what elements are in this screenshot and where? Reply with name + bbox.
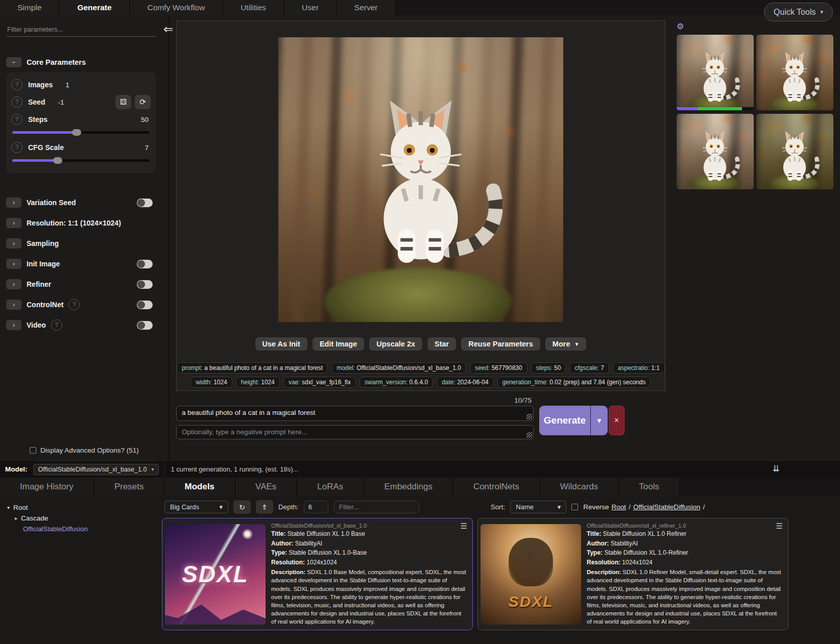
meta-tag-generation-time[interactable]: generation_time: 0.02 (prep) and 7.84 (g… <box>497 377 651 388</box>
tab-user[interactable]: User <box>284 0 337 15</box>
core-parameters-collapse-button[interactable]: › <box>6 57 21 67</box>
cfg-scale-slider[interactable] <box>12 159 150 162</box>
double-down-icon[interactable]: ⇊ <box>773 463 780 474</box>
generate-button[interactable]: Generate <box>539 406 590 435</box>
steps-slider-knob[interactable] <box>72 129 81 136</box>
help-icon[interactable]: ? <box>11 96 22 108</box>
tree-item-officialstablediffusion[interactable]: OfficialStableDiffusion <box>23 524 161 534</box>
help-icon[interactable]: ? <box>11 142 22 153</box>
generated-image[interactable] <box>278 37 563 322</box>
refiner-toggle[interactable] <box>137 280 153 289</box>
use-as-init-button[interactable]: Use As Init <box>255 337 307 351</box>
tab-image-history[interactable]: Image History <box>0 478 94 496</box>
cfg-slider-knob[interactable] <box>53 157 62 164</box>
interrupt-button[interactable]: × <box>609 406 625 435</box>
thumbnail-image[interactable] <box>677 114 754 189</box>
tab-embeddings[interactable]: Embeddings <box>364 478 453 496</box>
images-value[interactable]: 1 <box>65 81 69 89</box>
parameters-sidebar: › Core Parameters ? Images 1 ? Seed -1 ⚄… <box>0 15 170 460</box>
menu-icon[interactable]: ☰ <box>776 522 783 531</box>
reuse-seed-button[interactable]: ⟳ <box>135 95 151 109</box>
model-card-sdxl-base[interactable]: SDXL OfficialStableDiffusion/sd_xl_base_… <box>162 518 473 630</box>
model-select[interactable]: OfficialStableDiffusion/sd_xl_base_1.0 ▾ <box>33 464 159 475</box>
breadcrumb-current-link[interactable]: OfficialStableDiffusion <box>633 503 701 511</box>
help-icon[interactable]: ? <box>11 114 22 125</box>
expand-button[interactable]: › <box>6 320 21 330</box>
meta-tag-swarm-version[interactable]: swarm_version: 0.6.4.0 <box>359 377 433 388</box>
init-image-toggle[interactable] <box>137 260 153 268</box>
sdxl-image-text: SDXL <box>182 560 249 588</box>
help-icon[interactable]: ? <box>68 299 80 310</box>
meta-tag-cfgscale[interactable]: cfgscale: 7 <box>569 362 609 374</box>
tab-utilities[interactable]: Utilities <box>223 0 284 15</box>
expand-button[interactable]: › <box>6 279 21 289</box>
menu-icon[interactable]: ☰ <box>461 522 467 531</box>
depth-input[interactable] <box>304 501 328 513</box>
advanced-options-checkbox[interactable] <box>30 447 36 454</box>
refresh-button[interactable]: ↻ <box>233 500 251 514</box>
group-resolution: › Resolution: 1:1 (1024×1024) <box>6 213 169 233</box>
model-card-sdxl-refiner[interactable]: SDXL OfficialStableDiffusion/sd_xl_refin… <box>477 518 788 630</box>
tab-vaes[interactable]: VAEs <box>235 478 297 496</box>
variation-seed-toggle[interactable] <box>137 199 153 207</box>
thumbnail-generating[interactable] <box>677 35 754 110</box>
sort-select[interactable]: Name ▾ <box>510 501 566 513</box>
upscale-2x-button[interactable]: Upscale 2x <box>369 337 422 351</box>
tree-item-root[interactable]: ▾ Root <box>7 502 161 513</box>
edit-image-button[interactable]: Edit Image <box>313 337 364 351</box>
sidebar-collapse-icon[interactable]: ⇐ <box>163 22 173 36</box>
cfg-scale-value[interactable]: 7 <box>145 144 149 152</box>
tab-controlnets[interactable]: ControlNets <box>453 478 540 496</box>
tree-item-cascade[interactable]: ▸ Cascade <box>15 513 161 524</box>
video-toggle[interactable] <box>137 321 153 330</box>
breadcrumb-root-link[interactable]: Root <box>612 503 627 511</box>
generate-dropdown-button[interactable]: ▼ <box>590 406 608 435</box>
tab-simple[interactable]: Simple <box>0 0 60 15</box>
prompt-input[interactable]: a beautiful photo of a cat in a magical … <box>176 406 534 421</box>
model-card-image: SDXL <box>481 524 581 625</box>
tab-generate[interactable]: Generate <box>60 0 130 15</box>
tab-tools[interactable]: Tools <box>619 478 680 496</box>
model-card-info: OfficialStableDiffusion/sd_xl_refiner_1.… <box>586 521 785 627</box>
meta-tag-model[interactable]: model: OfficialStableDiffusion/sd_xl_bas… <box>331 362 466 374</box>
tab-server[interactable]: Server <box>337 0 396 15</box>
random-seed-button[interactable]: ⚄ <box>115 95 131 109</box>
more-button[interactable]: More ▼ <box>545 337 587 351</box>
upload-model-button[interactable]: ⇑ <box>256 500 273 514</box>
meta-tag-vae[interactable]: vae: sdxl_vae_fp16_fix <box>283 377 356 388</box>
breadcrumb-separator: / <box>629 503 631 511</box>
tab-loras[interactable]: LoRAs <box>297 478 364 496</box>
expand-button[interactable]: › <box>6 218 21 228</box>
tab-comfy-workflow[interactable]: Comfy Workflow <box>130 0 224 15</box>
tab-wildcards[interactable]: Wildcards <box>540 478 619 496</box>
expand-button[interactable]: › <box>6 238 21 249</box>
meta-tag-height[interactable]: height: 1024 <box>236 377 280 388</box>
help-icon[interactable]: ? <box>51 319 62 331</box>
filter-parameters-input[interactable] <box>6 22 156 37</box>
meta-tag-seed[interactable]: seed: 567790830 <box>470 362 527 374</box>
seed-value[interactable]: -1 <box>58 98 64 106</box>
meta-tag-prompt[interactable]: prompt: a beautiful photo of a cat in a … <box>177 362 328 374</box>
reverse-checkbox[interactable] <box>571 504 578 510</box>
meta-tag-width[interactable]: width: 1024 <box>190 377 232 388</box>
meta-tag-steps[interactable]: steps: 50 <box>531 362 566 374</box>
expand-button[interactable]: › <box>6 197 21 208</box>
models-filter-input[interactable] <box>333 501 419 513</box>
tab-presets[interactable]: Presets <box>94 478 165 496</box>
controlnet-toggle[interactable] <box>137 301 153 309</box>
expand-button[interactable]: › <box>6 300 21 310</box>
gear-icon[interactable]: ⚙ <box>677 22 684 31</box>
thumbnail-image[interactable] <box>756 35 833 110</box>
view-mode-select[interactable]: Big Cards ▾ <box>164 501 228 513</box>
thumbnail-image[interactable] <box>756 114 833 189</box>
steps-slider[interactable] <box>12 131 150 134</box>
expand-button[interactable]: › <box>6 259 21 269</box>
steps-value[interactable]: 50 <box>141 116 149 123</box>
meta-tag-date[interactable]: date: 2024-06-04 <box>437 377 493 388</box>
reuse-parameters-button[interactable]: Reuse Parameters <box>461 337 540 351</box>
meta-tag-aspectratio[interactable]: aspectratio: 1:1 <box>613 362 665 374</box>
help-icon[interactable]: ? <box>11 79 22 90</box>
tab-models[interactable]: Models <box>165 478 236 496</box>
negative-prompt-input[interactable] <box>176 425 534 439</box>
star-button[interactable]: Star <box>427 337 456 351</box>
